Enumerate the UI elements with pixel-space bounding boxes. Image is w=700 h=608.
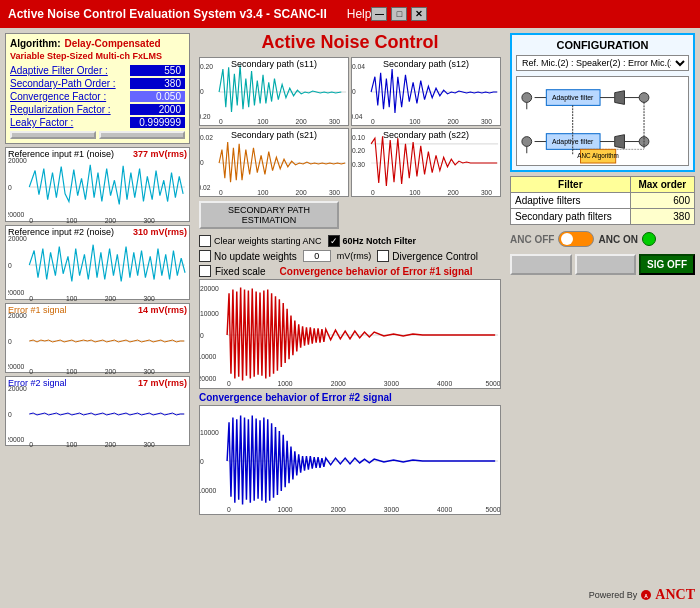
ref2-label: Reference input #2 (noise): [8, 227, 114, 237]
svg-text:Adaptive filter: Adaptive filter: [552, 94, 594, 102]
toggle-knob: [561, 233, 573, 245]
svg-text:1000: 1000: [277, 506, 292, 513]
path-title-s22: Secondary path (s22): [352, 130, 500, 140]
svg-text:ANC Algorithm: ANC Algorithm: [577, 152, 619, 160]
run-button-1[interactable]: [10, 131, 96, 139]
param-value-3: 2000: [130, 104, 185, 115]
conv1-waveform: 20000 10000 0 -10000 -20000 0 1000 2000 …: [200, 280, 500, 389]
title-bar: Active Noise Control Evaluation System v…: [0, 0, 700, 28]
bottom-btn-2[interactable]: [575, 254, 637, 275]
svg-text:0: 0: [8, 184, 12, 191]
no-update-label: No update weights: [214, 251, 297, 262]
svg-text:5000: 5000: [485, 380, 500, 387]
param-label-0: Adaptive Filter Order :: [10, 65, 108, 76]
fixed-scale-checkbox[interactable]: [199, 265, 211, 277]
svg-text:300: 300: [329, 118, 340, 125]
svg-text:300: 300: [143, 295, 155, 302]
help-menu[interactable]: Help: [347, 7, 372, 21]
conv2-title: Convergence behavior of Error #2 signal: [199, 392, 501, 403]
param-value-0: 550: [130, 65, 185, 76]
filter-adaptive-label: Adaptive filters: [511, 193, 631, 209]
checkbox-60hz: ✓ 60Hz Notch Filter: [328, 235, 417, 247]
svg-text:0: 0: [227, 380, 231, 387]
run-buttons: [10, 131, 185, 139]
filter-table: Filter Max order Adaptive filters 600 Se…: [510, 176, 695, 225]
svg-text:-0.02: -0.02: [200, 184, 211, 191]
path-plot-s22: Secondary path (s22) 0.10 0.20 0.30 0 10…: [351, 128, 501, 197]
algorithm-label-b: Delay-Compensated: [65, 38, 161, 49]
param-label-4: Leaky Factor :: [10, 117, 73, 128]
svg-text:100: 100: [66, 441, 78, 448]
param-label-3: Regularization Factor :: [10, 104, 111, 115]
60hz-checkbox[interactable]: ✓: [328, 235, 340, 247]
svg-text:0: 0: [371, 189, 375, 196]
config-svg: Adaptive filter Adaptive filter: [517, 77, 688, 165]
algorithm-label-a: Algorithm:: [10, 38, 61, 49]
clear-weights-checkbox[interactable]: [199, 235, 211, 247]
svg-text:0: 0: [200, 332, 204, 339]
param-row-4: Leaky Factor : 0.999999: [10, 117, 185, 128]
clear-weights-label: Clear weights starting ANC: [214, 236, 322, 246]
svg-text:200: 200: [295, 189, 306, 196]
controls-row: Clear weights starting ANC ✓ 60Hz Notch …: [199, 235, 501, 247]
secondary-paths: Secondary path (s11) 0.20 0 -0.20 0 100 …: [199, 57, 501, 197]
err1-rms: 14 mV(rms): [138, 305, 187, 315]
svg-text:2000: 2000: [331, 380, 346, 387]
bottom-btn-1[interactable]: [510, 254, 572, 275]
svg-text:100: 100: [66, 295, 78, 302]
fixed-scale-label: Fixed scale: [215, 266, 266, 277]
svg-text:-20000: -20000: [8, 211, 24, 218]
ref1-box: Reference input #1 (noise) 377 mV(rms) 2…: [5, 147, 190, 222]
bottom-buttons: SIG OFF: [510, 254, 695, 275]
secondary-path-button[interactable]: SECONDARY PATH ESTIMATION: [199, 201, 339, 229]
close-button[interactable]: ✕: [411, 7, 427, 21]
svg-marker-100: [615, 135, 625, 149]
60hz-label: 60Hz Notch Filter: [343, 236, 417, 246]
conv1-title: Convergence behavior of Error #1 signal: [280, 266, 473, 277]
svg-text:0: 0: [200, 159, 204, 166]
divergence-checkbox[interactable]: [377, 250, 389, 262]
max-order-col-header: Max order: [630, 177, 694, 193]
filter-col-header: Filter: [511, 177, 631, 193]
svg-text:200: 200: [447, 189, 458, 196]
svg-text:-20000: -20000: [8, 289, 24, 296]
maximize-button[interactable]: □: [391, 7, 407, 21]
svg-text:0: 0: [200, 88, 204, 95]
powered-by: Powered By A ANCT: [510, 587, 695, 603]
param-row-2: Convergence Factor : 0.050: [10, 91, 185, 102]
powered-by-text: Powered By: [589, 590, 638, 600]
filter-secondary-label: Secondary path filters: [511, 209, 631, 225]
err2-box: Error #2 signal 17 mV(rms) 20000 0 -2000…: [5, 376, 190, 446]
svg-text:0: 0: [8, 411, 12, 418]
svg-text:0: 0: [29, 217, 33, 224]
no-update-checkbox[interactable]: [199, 250, 211, 262]
sig-off-button[interactable]: SIG OFF: [639, 254, 695, 275]
svg-text:-20000: -20000: [8, 363, 24, 370]
run-button-2[interactable]: [99, 131, 185, 139]
anc-on-label: ANC ON: [598, 234, 637, 245]
minimize-button[interactable]: —: [371, 7, 387, 21]
config-title: CONFIGURATION: [516, 39, 689, 51]
svg-text:0: 0: [29, 295, 33, 302]
svg-text:10000: 10000: [200, 429, 219, 436]
param-row-1: Secondary-Path Order : 380: [10, 78, 185, 89]
anc-toggle[interactable]: [558, 231, 594, 247]
svg-text:0: 0: [29, 368, 33, 375]
svg-text:2000: 2000: [331, 506, 346, 513]
ref1-rms: 377 mV(rms): [133, 149, 187, 159]
svg-text:200: 200: [105, 217, 117, 224]
svg-text:1000: 1000: [277, 380, 292, 387]
left-panel: Algorithm: Delay-Compensated Variable St…: [0, 28, 195, 608]
ref2-rms: 310 mV(rms): [133, 227, 187, 237]
svg-text:4000: 4000: [437, 380, 452, 387]
mv-unit: mV(rms): [337, 251, 372, 261]
config-diagram: Adaptive filter Adaptive filter: [516, 76, 689, 166]
config-dropdown[interactable]: Ref. Mic.(2) : Speaker(2) : Error Mic.(2…: [516, 55, 689, 71]
param-value-1: 380: [130, 78, 185, 89]
ref2-waveform: 20000 0 -20000 0 100 200 300: [8, 228, 187, 303]
conv-plot-2: 10000 0 -10000 0 1000 2000 3000 4000 500…: [199, 405, 501, 515]
svg-text:0: 0: [29, 441, 33, 448]
anc-led: [642, 232, 656, 246]
mv-input[interactable]: [303, 250, 331, 262]
algorithm-label-c: Variable Step-Sized Multi-ch FxLMS: [10, 51, 185, 61]
